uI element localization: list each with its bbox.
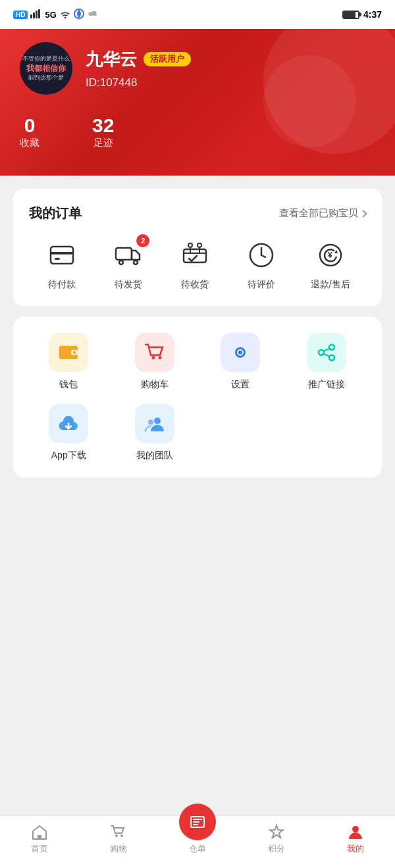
signal-icon bbox=[30, 9, 42, 20]
svg-line-26 bbox=[324, 354, 329, 356]
globe-icon bbox=[74, 9, 84, 21]
chevron-right-icon bbox=[359, 210, 367, 217]
order-item-refund[interactable]: ¥ 退款/售后 bbox=[311, 238, 350, 291]
nav-points[interactable]: 积分 bbox=[237, 823, 316, 855]
status-left: HD 5G bbox=[13, 9, 99, 21]
svg-point-28 bbox=[148, 420, 153, 425]
nav-home-label: 首页 bbox=[31, 843, 48, 855]
svg-rect-2 bbox=[36, 11, 38, 18]
svg-point-27 bbox=[154, 418, 161, 424]
download-label: App下载 bbox=[51, 450, 86, 462]
refund-label: 退款/售后 bbox=[311, 279, 350, 291]
profile-stats: 0 收藏 32 足迹 bbox=[20, 114, 375, 149]
nav-shop[interactable]: 购物 bbox=[79, 823, 158, 855]
promo-label: 推广链接 bbox=[308, 379, 345, 391]
svg-rect-29 bbox=[38, 835, 41, 839]
svg-rect-11 bbox=[184, 249, 206, 262]
bottom-nav: 首页 购物 仓单 积分 我的 bbox=[0, 815, 395, 868]
nav-warehouse-btn[interactable] bbox=[179, 804, 216, 840]
wifi-icon bbox=[59, 9, 71, 20]
favorites-count: 0 bbox=[20, 114, 40, 137]
status-right: 4:37 bbox=[342, 9, 382, 20]
nav-warehouse[interactable]: 仓单 bbox=[158, 817, 237, 855]
time-display: 4:37 bbox=[363, 9, 382, 20]
view-all-orders[interactable]: 查看全部已购宝贝 bbox=[279, 207, 366, 220]
pending-review-icon-wrap bbox=[244, 238, 278, 272]
main-content: 我的订单 查看全部已购宝贝 待付款 bbox=[0, 176, 395, 501]
order-item-pending-receive[interactable]: 待收货 bbox=[178, 238, 212, 291]
wallet-icon-wrap bbox=[49, 333, 88, 372]
nav-home[interactable]: 首页 bbox=[0, 823, 79, 855]
action-wallet[interactable]: 钱包 bbox=[29, 333, 109, 391]
svg-point-10 bbox=[134, 260, 138, 264]
nav-mine[interactable]: 我的 bbox=[316, 823, 395, 855]
orders-card: 我的订单 查看全部已购宝贝 待付款 bbox=[13, 189, 382, 306]
action-cart[interactable]: 购物车 bbox=[115, 333, 195, 391]
svg-rect-6 bbox=[51, 252, 73, 254]
actions-grid: 钱包 购物车 bbox=[29, 333, 366, 462]
order-items: 待付款 2 待发货 bbox=[29, 238, 366, 291]
svg-point-22 bbox=[319, 350, 324, 355]
profile-header: 不管你的梦是什么 我都相信你 能到达那个梦 九华云 活跃用户 ID:107448… bbox=[0, 29, 395, 176]
cloud-icon bbox=[87, 9, 99, 20]
pending-ship-label: 待发货 bbox=[115, 279, 142, 291]
nav-mine-label: 我的 bbox=[347, 843, 364, 855]
profile-name: 九华云 bbox=[86, 48, 137, 71]
action-download[interactable]: App下载 bbox=[29, 404, 109, 462]
pending-review-label: 待评价 bbox=[248, 279, 275, 291]
action-settings[interactable]: 设置 bbox=[201, 333, 280, 391]
profile-info: 九华云 活跃用户 ID:107448 bbox=[86, 48, 191, 89]
svg-point-21 bbox=[238, 350, 242, 354]
svg-point-33 bbox=[352, 826, 359, 832]
svg-point-18 bbox=[73, 351, 76, 354]
favorites-label: 收藏 bbox=[20, 137, 40, 148]
cart-icon-wrap bbox=[135, 333, 174, 372]
promo-icon-wrap bbox=[307, 333, 346, 372]
action-promo[interactable]: 推广链接 bbox=[287, 333, 367, 391]
order-item-pending-ship[interactable]: 2 待发货 bbox=[111, 238, 145, 291]
nav-shop-label: 购物 bbox=[110, 843, 127, 855]
pending-ship-badge: 2 bbox=[136, 234, 149, 247]
footprint-label: 足迹 bbox=[93, 137, 113, 148]
svg-point-30 bbox=[115, 834, 118, 837]
svg-point-24 bbox=[329, 355, 334, 360]
team-icon-wrap bbox=[135, 404, 174, 443]
settings-label: 设置 bbox=[231, 379, 250, 391]
order-header: 我的订单 查看全部已购宝贝 bbox=[29, 205, 366, 222]
svg-rect-5 bbox=[51, 247, 73, 264]
svg-point-20 bbox=[158, 356, 161, 360]
settings-icon-wrap bbox=[221, 333, 260, 372]
orders-title: 我的订单 bbox=[29, 205, 82, 222]
team-label: 我的团队 bbox=[136, 450, 173, 462]
svg-point-9 bbox=[119, 260, 123, 264]
cart-label: 购物车 bbox=[141, 379, 169, 391]
status-bar: HD 5G 4:37 bbox=[0, 0, 395, 29]
footprint-count: 32 bbox=[92, 114, 114, 137]
hd-badge: HD bbox=[13, 11, 28, 19]
svg-rect-3 bbox=[38, 9, 40, 18]
svg-rect-7 bbox=[55, 258, 60, 260]
avatar[interactable]: 不管你的梦是什么 我都相信你 能到达那个梦 bbox=[20, 42, 72, 95]
quick-actions-card: 钱包 购物车 bbox=[13, 317, 382, 477]
svg-point-23 bbox=[329, 345, 334, 350]
nav-warehouse-label: 仓单 bbox=[189, 843, 206, 855]
pending-payment-icon-wrap bbox=[45, 238, 79, 272]
order-item-pending-payment[interactable]: 待付款 bbox=[45, 238, 79, 291]
svg-point-31 bbox=[120, 834, 123, 837]
svg-rect-1 bbox=[33, 12, 35, 18]
svg-rect-0 bbox=[30, 14, 32, 18]
network-label: 5G bbox=[45, 10, 56, 20]
pending-ship-icon-wrap: 2 bbox=[111, 238, 145, 272]
stat-footprint: 32 足迹 bbox=[92, 114, 114, 149]
action-team[interactable]: 我的团队 bbox=[115, 404, 195, 462]
svg-rect-8 bbox=[116, 248, 132, 260]
order-item-pending-review[interactable]: 待评价 bbox=[244, 238, 278, 291]
pending-payment-label: 待付款 bbox=[48, 279, 76, 291]
svg-point-12 bbox=[188, 243, 192, 247]
avatar-text: 不管你的梦是什么 我都相信你 能到达那个梦 bbox=[20, 52, 72, 85]
pending-receive-icon-wrap bbox=[178, 238, 212, 272]
stat-favorites: 0 收藏 bbox=[20, 114, 40, 149]
download-icon-wrap bbox=[49, 404, 88, 443]
nav-points-label: 积分 bbox=[268, 843, 285, 855]
svg-point-19 bbox=[151, 356, 155, 360]
